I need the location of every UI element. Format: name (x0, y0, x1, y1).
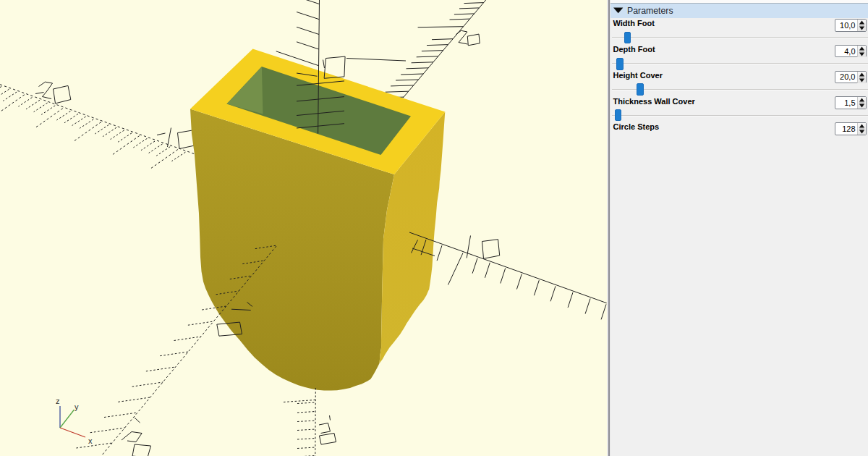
svg-text:y: y (75, 402, 79, 411)
svg-text:x: x (88, 436, 93, 445)
svg-text:z: z (56, 397, 60, 405)
